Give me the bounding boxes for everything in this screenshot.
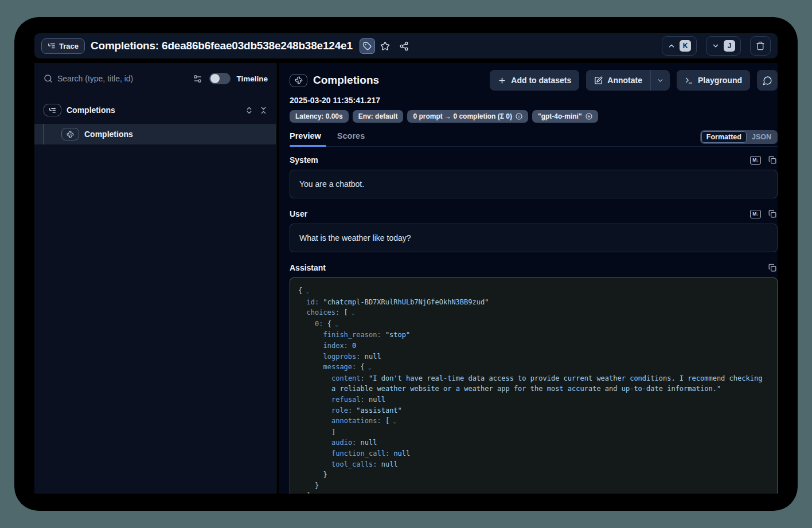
tree-root-label: Completions [67,105,115,115]
latency-value: Latency: 0.00s [295,112,343,120]
collapse-all-icon[interactable] [259,106,268,115]
trash-icon [756,41,765,50]
tree-item-completions-generation[interactable]: Completions [34,124,276,144]
user-section-header: User M↓ [290,209,778,218]
share-button[interactable] [396,38,413,54]
list-tree-icon [48,42,56,50]
annotate-dropdown-button[interactable] [650,70,670,91]
tree-search-row: Timeline [44,69,268,88]
timeline-label: Timeline [236,75,268,83]
copy-icon [768,156,776,164]
model-badge[interactable]: "gpt-4o-mini" [532,110,598,123]
copy-icon [768,264,776,272]
env-badge: Env: default [353,110,404,123]
fan-generation-icon [295,76,303,84]
terminal-icon [685,76,693,85]
playground-label: Playground [698,76,742,85]
plus-icon [498,76,506,85]
trace-type-badge: Trace [41,38,85,54]
tag-icon [363,42,372,50]
list-tree-icon [49,107,56,114]
assistant-json-viewer[interactable]: { ⌄id: "chatcmpl-BD7XRulRhULb7NjGfeOkhN3… [290,277,778,494]
keycap-j: J [724,40,735,52]
observation-badges: Latency: 0.00s Env: default 0 prompt → 0… [290,110,778,123]
assistant-section-header: Assistant [290,263,778,272]
panel-divider [276,63,276,494]
observation-title: Completions [313,74,379,87]
model-value: "gpt-4o-mini" [538,112,582,120]
pen-square-icon [594,76,603,85]
user-message-content: What is the weather like today? [299,233,411,243]
playground-button[interactable]: Playground [677,70,750,91]
timeline-toggle[interactable] [209,73,231,84]
copy-button[interactable] [768,210,776,218]
trace-nav-controls: K J [662,36,771,56]
system-section-icons: M↓ [750,156,778,165]
env-value: Env: default [358,112,398,120]
copy-button[interactable] [768,264,776,272]
filter-settings-icon[interactable] [193,74,202,84]
format-formatted-option[interactable]: Formatted [701,131,747,143]
search-icon [44,74,53,83]
format-json-option[interactable]: JSON [747,132,776,142]
trace-node-badge [44,104,61,116]
system-message-box: You are a chatbot. [290,170,778,198]
markdown-toggle-icon[interactable]: M↓ [750,210,761,218]
trace-title: Completions: 6dea86b6feae03db538e248b38e… [91,40,353,52]
circle-plus-icon [585,113,592,120]
app-window: Trace Completions: 6dea86b6feae03db538e2… [14,17,798,511]
observation-actions: Add to datasets Annotate Playground [483,70,778,91]
user-label: User [290,209,307,218]
observation-detail-panel: Completions Add to datasets Annotate [279,63,778,494]
annotate-button-group: Annotate [586,70,670,91]
chevron-up-icon [667,42,676,50]
trace-tree-sidebar: Timeline Completions Completions [34,63,276,494]
generation-node-badge [61,128,79,140]
trace-badge-label: Trace [59,42,79,50]
tree-expand-controls [245,106,268,115]
system-message-content: You are a chatbot. [299,179,364,189]
assistant-label: Assistant [290,263,326,272]
search-input[interactable] [57,74,188,83]
detail-tabs: Preview Scores Formatted JSON [290,130,778,147]
system-label: System [290,155,318,165]
add-to-datasets-button[interactable]: Add to datasets [490,70,579,91]
tree-root-completions[interactable]: Completions [44,101,268,119]
tree-child-label: Completions [84,130,133,139]
expand-all-icon[interactable] [245,106,253,115]
keycap-k: K [680,40,691,52]
token-usage-value: 0 prompt → 0 completion (Σ 0) [413,112,512,120]
comments-button[interactable] [757,70,778,91]
system-section-header: System M↓ [290,155,778,165]
prev-trace-button[interactable]: K [662,36,697,56]
message-bubble-icon [763,76,772,85]
copy-button[interactable] [768,156,776,164]
latency-badge: Latency: 0.00s [290,110,349,123]
delete-trace-button[interactable] [750,36,771,56]
star-icon [380,41,390,51]
trace-header-bar: Trace Completions: 6dea86b6feae03db538e2… [34,33,778,58]
tree-guide-line [43,124,44,144]
fan-generation-icon [67,131,74,138]
star-button[interactable] [377,38,394,54]
tab-scores[interactable]: Scores [337,131,367,146]
next-trace-button[interactable]: J [706,36,741,56]
chevron-down-icon [657,77,664,84]
annotate-button[interactable]: Annotate [586,70,650,91]
user-message-box: What is the weather like today? [290,224,778,252]
markdown-toggle-icon[interactable]: M↓ [750,156,761,165]
assistant-json-code: { ⌄id: "chatcmpl-BD7XRulRhULb7NjGfeOkhN3… [298,285,769,494]
user-section-icons: M↓ [750,210,778,218]
info-icon [516,113,522,120]
chevron-down-icon [712,42,720,50]
annotate-label: Annotate [607,76,642,85]
assistant-section-icons [768,264,778,272]
observation-header: Completions Add to datasets Annotate [290,69,778,91]
toggle-knob [210,74,220,83]
tab-preview[interactable]: Preview [290,131,323,146]
observation-timestamp: 2025-03-20 11:35:41.217 [290,96,778,105]
token-usage-badge[interactable]: 0 prompt → 0 completion (Σ 0) [407,110,528,123]
tag-button[interactable] [360,38,375,54]
share-icon [399,41,409,51]
copy-icon [768,210,776,218]
